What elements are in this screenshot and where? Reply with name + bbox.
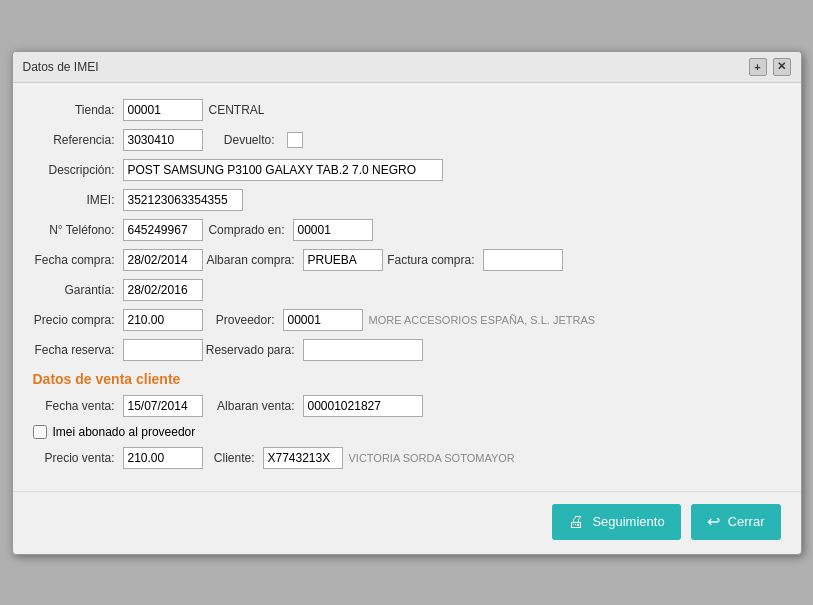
cliente-name: VICTORIA SORDA SOTOMAYOR	[343, 452, 515, 464]
preciocompra-row: Precio compra: Proveedor: MORE ACCESORIO…	[33, 309, 781, 331]
imei-label: IMEI:	[33, 193, 123, 207]
albaranventa-input[interactable]	[303, 395, 423, 417]
cliente-label: Cliente:	[203, 451, 263, 465]
section-venta-title: Datos de venta cliente	[33, 371, 781, 387]
precioventa-row: Precio venta: Cliente: VICTORIA SORDA SO…	[33, 447, 781, 469]
referencia-label: Referencia:	[33, 133, 123, 147]
devuelto-checkbox[interactable]	[287, 132, 303, 148]
title-bar-left: Datos de IMEI	[23, 60, 99, 74]
title-bar: Datos de IMEI + ✕	[13, 52, 801, 83]
form-content: Tienda: CENTRAL Referencia: Devuelto: De…	[13, 83, 801, 491]
garantia-row: Garantía:	[33, 279, 781, 301]
factura-compra-label: Factura compra:	[383, 253, 483, 267]
albaran-compra-input[interactable]	[303, 249, 383, 271]
tienda-row: Tienda: CENTRAL	[33, 99, 781, 121]
comprado-input[interactable]	[293, 219, 373, 241]
fechaventa-label: Fecha venta:	[33, 399, 123, 413]
referencia-row: Referencia: Devuelto:	[33, 129, 781, 151]
main-window: Datos de IMEI + ✕ Tienda: CENTRAL Refere…	[12, 51, 802, 555]
add-button[interactable]: +	[749, 58, 767, 76]
factura-compra-input[interactable]	[483, 249, 563, 271]
footer: 🖨 Seguimiento ↩ Cerrar	[13, 491, 801, 554]
garantia-label: Garantía:	[33, 283, 123, 297]
seguimiento-icon: 🖨	[568, 513, 584, 531]
tienda-name: CENTRAL	[203, 103, 265, 117]
preciocompra-input[interactable]	[123, 309, 203, 331]
imei-abonado-label: Imei abonado al proveedor	[53, 425, 196, 439]
fechareserva-row: Fecha reserva: Reservado para:	[33, 339, 781, 361]
devuelto-label: Devuelto:	[203, 133, 283, 147]
ntelefono-input[interactable]	[123, 219, 203, 241]
garantia-input[interactable]	[123, 279, 203, 301]
seguimiento-button[interactable]: 🖨 Seguimiento	[552, 504, 680, 540]
title-bar-buttons: + ✕	[749, 58, 791, 76]
tienda-input[interactable]	[123, 99, 203, 121]
imei-input[interactable]	[123, 189, 243, 211]
fechacompra-input[interactable]	[123, 249, 203, 271]
seguimiento-label: Seguimiento	[592, 514, 664, 529]
albaranventa-label: Albaran venta:	[203, 399, 303, 413]
fechaventa-row: Fecha venta: Albaran venta:	[33, 395, 781, 417]
tienda-label: Tienda:	[33, 103, 123, 117]
reservadopara-label: Reservado para:	[203, 343, 303, 357]
reservadopara-input[interactable]	[303, 339, 423, 361]
cerrar-icon: ↩	[707, 512, 720, 531]
descripcion-input[interactable]	[123, 159, 443, 181]
cerrar-button[interactable]: ↩ Cerrar	[691, 504, 781, 540]
descripcion-row: Descripción:	[33, 159, 781, 181]
albaran-compra-label: Albaran compra:	[203, 253, 303, 267]
precioventa-label: Precio venta:	[33, 451, 123, 465]
cerrar-label: Cerrar	[728, 514, 765, 529]
window-close-button[interactable]: ✕	[773, 58, 791, 76]
proveedor-name: MORE ACCESORIOS ESPAÑA, S.L. JETRAS	[363, 314, 596, 326]
fechaventa-input[interactable]	[123, 395, 203, 417]
imei-abonado-row: Imei abonado al proveedor	[33, 425, 781, 439]
fechareserva-label: Fecha reserva:	[33, 343, 123, 357]
referencia-input[interactable]	[123, 129, 203, 151]
cliente-input[interactable]	[263, 447, 343, 469]
descripcion-label: Descripción:	[33, 163, 123, 177]
proveedor-input[interactable]	[283, 309, 363, 331]
fechacompra-label: Fecha compra:	[33, 253, 123, 267]
comprado-label: Comprado en:	[203, 223, 293, 237]
fechareserva-input[interactable]	[123, 339, 203, 361]
precioventa-input[interactable]	[123, 447, 203, 469]
imei-row: IMEI:	[33, 189, 781, 211]
proveedor-label: Proveedor:	[203, 313, 283, 327]
ntelefono-label: N° Teléfono:	[33, 223, 123, 237]
preciocompra-label: Precio compra:	[33, 313, 123, 327]
window-title: Datos de IMEI	[23, 60, 99, 74]
telefono-row: N° Teléfono: Comprado en:	[33, 219, 781, 241]
fechacompra-row: Fecha compra: Albaran compra: Factura co…	[33, 249, 781, 271]
imei-abonado-checkbox[interactable]	[33, 425, 47, 439]
